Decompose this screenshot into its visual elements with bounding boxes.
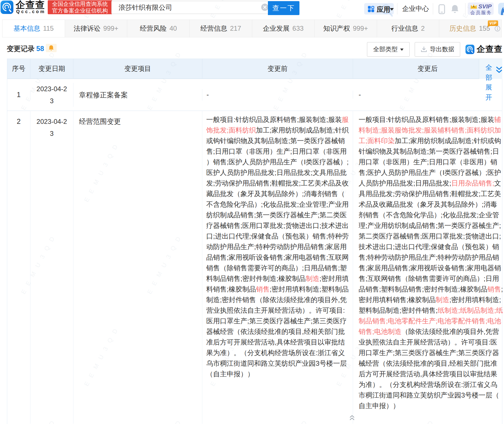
header-divider [397,3,397,15]
before-diff-text: 一般项目:针纺织品及原料销售;服装制造;服装服饰批发;面料纺织加工;家用纺织制成… [206,115,351,380]
certification-badge: 全国企业信用查询系统 官方备案企业征信机构 [48,0,112,14]
table-header-row: 序号 变更日期 变更项目 变更前 变更后 [7,59,502,79]
apps-menu-label: 应用 [377,5,390,14]
certification-badge-line1: 全国企业信用查询系统 [48,1,112,7]
notification-bell-icon[interactable] [450,4,460,14]
svip-member-service[interactable]: SVIP 会员服务 [468,3,494,15]
qcc-watermark-logo: 企查查 [465,44,503,55]
qcc-logo-mark-icon [1,1,13,14]
tab-basic-info[interactable]: 基本信息 115 [3,20,65,37]
search-box [111,1,268,14]
svip-crown-icon [470,4,477,9]
change-records-toolbar: 变更记录58 全部类型 导出数据 [0,40,504,57]
row2-change-item: 经营范围变更 [73,111,202,424]
row1-date: 2023-04-23 [30,83,73,107]
column-header-before: 变更前 [202,59,353,78]
vip-badge: VIP [488,20,498,26]
subscribe-bell-icon [48,45,54,51]
svip-subtitle: 会员服务 [470,9,492,16]
filter-type-dropdown[interactable]: 全部类型 [367,42,410,57]
change-records-table: 序号 变更日期 变更项目 变更前 变更后 1 2023-04-23 章程修正案备… [7,59,502,424]
section-count: 58 [36,45,44,52]
tab-intellectual-property[interactable]: 知识产权 999+ [315,20,377,37]
expand-all-button[interactable]: 全部展开 [485,62,492,102]
collapse-double-chevron-up-icon[interactable] [349,415,355,421]
tab-history-info[interactable]: 历史信息 155 VIP [439,20,501,37]
tab-company-development[interactable]: 企业发展 633 [252,20,315,37]
row2-index: 2 [7,111,30,424]
tab-operation-risk[interactable]: 经营风险 40 [127,20,190,37]
header-divider [465,3,465,15]
section-title: 变更记录58 [7,44,44,53]
brand-name[interactable]: 企查查 [16,0,45,10]
column-header-item: 变更项目 [73,59,202,78]
customer-service-penguin-icon[interactable] [498,3,504,15]
tab-operation-info[interactable]: 经营信息 217 [190,20,252,37]
qcc-logo-icon[interactable] [1,1,13,14]
apps-menu[interactable]: 应用 [364,3,394,15]
section-nav-tabs: 基本信息 115 法律诉讼 999+ 经营风险 40 经营信息 217 企业发展… [2,20,502,37]
row1-before-value: - [202,91,353,99]
qcc-change-records-page: 企查查 Qcc.com 全国企业信用查询系统 官方备案企业征信机构 查一下 [0,0,504,424]
svip-title: SVIP [478,3,492,10]
row1-change-item: 章程修正案备案 [73,89,202,101]
apps-grid-icon [368,6,374,12]
tab-legal-litigation[interactable]: 法律诉讼 999+ [65,20,128,37]
mobile-phone-icon[interactable] [438,4,445,14]
table-row: 2 2023-04-23 经营范围变更 一般项目:针纺织品及原料销售;服装制造;… [7,111,502,424]
row2-after-value: 一般项目:针纺织品及原料销售;服装制造;服装辅料制造;服装服饰批发;服装辅料销售… [353,111,502,424]
table-row: 1 2023-04-23 章程修正案备案 - - [7,79,502,111]
column-header-date: 变更日期 [30,59,73,78]
after-diff-text: 一般项目:针纺织品及原料销售;服装制造;服装辅料制造;服装服饰批发;服装辅料销售… [359,115,503,411]
search-input[interactable] [119,1,253,14]
search-clear-icon[interactable] [261,4,268,11]
qcc-watermark-text: 企查查 [477,44,503,55]
top-header-bar: 企查查 Qcc.com 全国企业信用查询系统 官方备案企业征信机构 查一下 [0,0,504,16]
certification-badge-line2: 官方备案企业征信机构 [48,7,112,14]
column-header-index: 序号 [7,59,30,78]
filter-caret-down-icon [400,49,404,51]
header-divider [433,3,433,15]
brand-domain: Qcc.com [16,9,46,14]
history-info-tooltip-icon[interactable] [495,26,500,32]
row2-date: 2023-04-23 [30,111,73,424]
subscribe-bell-button[interactable] [46,44,57,52]
tab-industry-info[interactable]: 行业信息 2 [377,20,440,37]
apps-caret-down-icon [390,8,394,11]
download-icon [421,46,427,53]
enterprise-center-link[interactable]: 企业中心 [402,4,429,13]
search-button[interactable]: 查一下 [268,1,299,15]
row1-index: 1 [7,91,30,99]
qcc-mini-logo-icon [465,45,474,54]
export-data-button[interactable]: 导出数据 [415,42,460,57]
row2-before-value: 一般项目:针纺织品及原料销售;服装制造;服装服饰批发;面料纺织加工;家用纺织制成… [202,111,353,424]
expand-all-double-chevron-down-icon[interactable] [496,66,502,74]
row1-after-value: - [353,91,502,99]
